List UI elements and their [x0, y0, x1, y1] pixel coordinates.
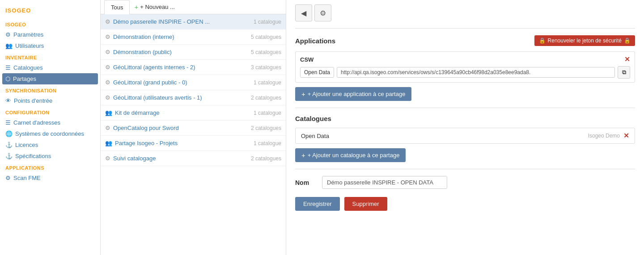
- list-item-label: Démonstration (public): [113, 49, 172, 55]
- divider: [295, 108, 635, 108]
- sidebar-item-parametres[interactable]: ⚙ Paramètres: [0, 29, 100, 40]
- sidebar-item-label: Points d'entrée: [14, 97, 52, 104]
- brand: ISOGEO: [0, 4, 100, 18]
- list-item-label: Suivi catalogage: [113, 155, 156, 162]
- app-label: Open Data: [300, 67, 334, 78]
- list-tabs: Tous + + Nouveau ...: [101, 0, 286, 14]
- spec-icon: ⚓: [5, 153, 13, 159]
- delete-button[interactable]: Supprimer: [344, 197, 387, 211]
- app-name: CSW: [300, 56, 314, 63]
- sidebar-item-utilisateurs[interactable]: 👥 Utilisateurs: [0, 40, 100, 51]
- back-icon: ◀: [301, 9, 306, 17]
- list-item-count: 3 catalogues: [251, 64, 281, 71]
- eye-icon: 👁: [5, 97, 11, 104]
- list-item-label: Kit de démarrage: [115, 109, 160, 116]
- gear-icon: ⚙: [5, 31, 11, 38]
- detail-panel: ◀ ⚙ Applications 🔒 Renouveler le jeton d…: [286, 0, 644, 255]
- list-item-left: ⚙ GéoLittoral (agents internes - 2): [105, 64, 195, 71]
- nom-input[interactable]: [322, 176, 447, 189]
- main-area: Tous + + Nouveau ... ⚙ Démo passerelle I…: [101, 0, 644, 255]
- sidebar-item-systemes[interactable]: 🌐 Systèmes de coordonnées: [0, 128, 100, 139]
- list-icon: ☰: [5, 64, 11, 71]
- catalog-right: Isogeo Demo ✕: [588, 132, 629, 140]
- app-box: CSW ✕ Open Data ⧉: [295, 51, 635, 83]
- copy-icon: ⧉: [622, 69, 626, 76]
- scan-icon: ⚙: [5, 175, 11, 181]
- sidebar-item-partages[interactable]: ⬡ Partages: [2, 73, 98, 84]
- add-catalog-label: + Ajouter un catalogue à ce partage: [308, 152, 400, 159]
- item-icon: ⚙: [105, 79, 110, 86]
- action-buttons: Enregistrer Supprimer: [295, 197, 635, 211]
- list-item-left: 👥 Partage Isogeo - Projets: [105, 140, 178, 146]
- list-item[interactable]: ⚙ GéoLittoral (agents internes - 2) 3 ca…: [101, 60, 286, 75]
- list-item[interactable]: ⚙ OpenCatalog pour Sword 2 catalogues: [101, 121, 286, 136]
- copy-url-button[interactable]: ⧉: [618, 66, 630, 79]
- add-application-label: + Ajouter une application à ce partage: [308, 91, 406, 97]
- sidebar-item-catalogues[interactable]: ☰ Catalogues: [0, 62, 100, 73]
- app-url-input[interactable]: [337, 67, 615, 78]
- item-icon: 👥: [105, 109, 112, 116]
- new-button-label: + Nouveau ...: [140, 4, 175, 10]
- list-item-count: 5 catalogues: [251, 34, 281, 40]
- lock-icon: 🔒: [539, 38, 546, 44]
- list-item-count: 1 catalogue: [254, 110, 281, 116]
- list-item-left: ⚙ Démonstration (public): [105, 49, 172, 55]
- settings-button[interactable]: ⚙: [314, 4, 331, 21]
- sidebar-item-carnet[interactable]: ☰ Carnet d'adresses: [0, 117, 100, 128]
- sidebar-item-licences[interactable]: ⚓ Licences: [0, 139, 100, 150]
- sidebar-item-label: Scan FME: [13, 175, 41, 181]
- nom-row: Nom: [295, 176, 635, 189]
- sidebar-section-synchronisation: SYNCHRONISATION: [0, 84, 100, 95]
- remove-catalog-button[interactable]: ✕: [623, 132, 629, 140]
- sidebar-item-scan-fme[interactable]: ⚙ Scan FME: [0, 172, 100, 184]
- sidebar-item-label: Spécifications: [15, 153, 51, 159]
- save-button[interactable]: Enregistrer: [295, 197, 340, 211]
- sidebar-item-label: Catalogues: [13, 64, 43, 71]
- list-item-label: GéoLittoral (agents internes - 2): [113, 64, 195, 71]
- sidebar-item-label: Systèmes de coordonnées: [15, 130, 84, 137]
- new-button[interactable]: + + Nouveau ...: [130, 1, 179, 13]
- list-item-count: 1 catalogue: [254, 79, 281, 86]
- sidebar-item-label: Carnet d'adresses: [13, 119, 60, 126]
- list-item[interactable]: 👥 Partage Isogeo - Projets 1 catalogue: [101, 136, 286, 151]
- list-item-label: OpenCatalog pour Sword: [113, 125, 179, 131]
- list-item[interactable]: ⚙ Suivi catalogage 2 catalogues: [101, 151, 286, 166]
- list-item-left: 👥 Kit de démarrage: [105, 109, 160, 116]
- sidebar-section-configuration: CONFIGURATION: [0, 106, 100, 117]
- app-box-header: CSW ✕: [300, 55, 630, 63]
- back-button[interactable]: ◀: [295, 4, 312, 21]
- add-application-button[interactable]: + + Ajouter une application à ce partage: [295, 87, 411, 101]
- catalogues-title: Catalogues: [295, 115, 331, 122]
- tab-tous[interactable]: Tous: [104, 0, 130, 14]
- item-icon: 👥: [105, 140, 112, 146]
- sidebar-item-points-entree[interactable]: 👁 Points d'entrée: [0, 95, 100, 106]
- list-item[interactable]: ⚙ Démonstration (interne) 5 catalogues: [101, 29, 286, 45]
- list-item-label: Partage Isogeo - Projets: [115, 140, 178, 146]
- list-item[interactable]: ⚙ GéoLittoral (utilisateurs avertis - 1)…: [101, 90, 286, 105]
- sidebar: ISOGEO ISOGEO ⚙ Paramètres 👥 Utilisateur…: [0, 0, 101, 255]
- list-items: ⚙ Démo passerelle INSPIRE - OPEN ... 1 c…: [101, 14, 286, 255]
- item-icon: ⚙: [105, 64, 110, 71]
- add-catalog-button[interactable]: + + Ajouter un catalogue à ce partage: [295, 148, 406, 162]
- sidebar-item-label: Licences: [15, 142, 38, 148]
- list-item-left: ⚙ GéoLittoral (utilisateurs avertis - 1): [105, 94, 202, 101]
- plus-icon: +: [301, 151, 305, 159]
- list-item[interactable]: ⚙ Démo passerelle INSPIRE - OPEN ... 1 c…: [101, 14, 286, 29]
- plus-icon: +: [134, 3, 138, 11]
- list-item-left: ⚙ GéoLittoral (grand public - 0): [105, 79, 187, 86]
- sidebar-section-applications: APPLICATIONS: [0, 162, 100, 172]
- renew-token-button[interactable]: 🔒 Renouveler le jeton de sécurité 🔒: [534, 35, 635, 46]
- list-item-count: 2 catalogues: [251, 155, 281, 162]
- list-item[interactable]: ⚙ Démonstration (public) 5 catalogues: [101, 45, 286, 60]
- list-item[interactable]: 👥 Kit de démarrage 1 catalogue: [101, 105, 286, 121]
- list-item[interactable]: ⚙ GéoLittoral (grand public - 0) 1 catal…: [101, 75, 286, 90]
- item-icon: ⚙: [105, 33, 110, 40]
- list-item-left: ⚙ Suivi catalogage: [105, 155, 156, 162]
- sidebar-item-specifications[interactable]: ⚓ Spécifications: [0, 150, 100, 162]
- list-item-label: Démonstration (interne): [113, 33, 174, 40]
- book-icon: ☰: [5, 119, 11, 126]
- list-item-count: 2 catalogues: [251, 95, 281, 101]
- remove-app-button[interactable]: ✕: [624, 55, 630, 63]
- applications-title: Applications: [295, 37, 335, 45]
- list-item-count: 2 catalogues: [251, 125, 281, 131]
